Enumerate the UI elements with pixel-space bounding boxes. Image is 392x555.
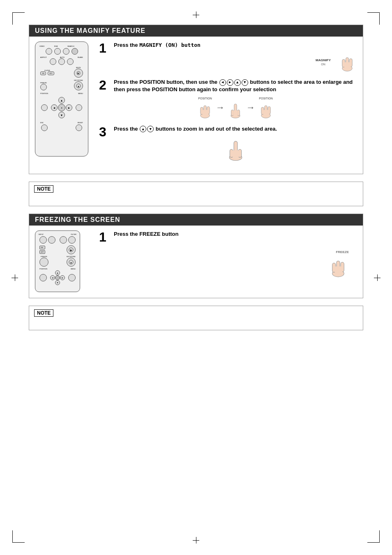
mute-icon-freeze: ▶ (69, 247, 74, 252)
freeze-mid-row: ON OFF ▶ (38, 245, 77, 254)
step2-text: Press the POSITION button, then use the … (114, 78, 357, 93)
hand-icon-freeze (327, 255, 349, 278)
btn-mute: ▶ (74, 69, 83, 78)
remote-small-freeze: INPUT FILTER (35, 230, 80, 292)
btn-on (71, 48, 78, 55)
hand-icon-step1 (337, 52, 357, 72)
svg-rect-37 (335, 266, 342, 273)
arrow-1: → (216, 102, 225, 113)
svg-rect-8 (344, 62, 351, 68)
step1-content: Press the MAGNIFY (ON) button MAGNIFY ON (114, 41, 357, 72)
svg-text:▶: ▶ (78, 72, 79, 74)
page-content: USING THE MAGNIFY FEATURE VIDEO RGB SEAR… (0, 0, 392, 555)
freeze-note-box: NOTE (29, 306, 363, 330)
esc-reset-labels: ESC RESET (39, 122, 85, 124)
btn-blank (67, 58, 74, 65)
keystone-area: KEYSTONE ▲ (74, 79, 83, 90)
freeze-note-label: NOTE (34, 309, 53, 317)
freeze-on-off: ON OFF (39, 246, 45, 254)
magnify-header-text: USING THE MAGNIFY FEATURE (35, 27, 145, 34)
step2-number: 2 (99, 78, 110, 92)
freeze-remote-top-labels: INPUT FILTER (38, 233, 77, 235)
filter-row: FILTER ON OFF MUTE ▶ (39, 67, 85, 78)
pos-menu-row: ▲ ▼ ◄ ► ● (39, 95, 85, 120)
nav-left: ◄ (51, 104, 58, 111)
nav-enter: ● (58, 104, 65, 111)
btn-auto (58, 58, 65, 65)
magnify-section: USING THE MAGNIFY FEATURE VIDEO RGB SEAR… (29, 25, 363, 174)
nav-cluster: ▲ ▼ ◄ ► ● (51, 97, 72, 118)
svg-rect-25 (230, 149, 233, 157)
freeze-section: FREEZING THE SCREEN INPUT FILTER (29, 214, 363, 298)
svg-text:▲: ▲ (77, 85, 80, 88)
hand-icon-pos1 (197, 101, 213, 119)
magnify-label: MAGNIFY (316, 58, 331, 62)
hand-icon-nav (227, 101, 244, 119)
remote-row-2 (39, 58, 85, 65)
btn-ks-small: ▲ (67, 258, 76, 267)
nav-right: ► (66, 104, 72, 111)
on-sublabel: ON (321, 63, 325, 66)
freeze-btn-cluster: FREEZE (39, 256, 48, 267)
magnify-step1: 1 Press the MAGNIFY (ON) button MAGNIFY … (99, 41, 357, 72)
freeze-step1-text: Press the FREEZE button (114, 230, 357, 238)
filter-remote-btns (60, 236, 76, 244)
freeze-section-header: FREEZING THE SCREEN (29, 214, 363, 226)
step2-content: Press the POSITION button, then use the … (114, 78, 357, 118)
btn-filter-r2 (68, 236, 76, 244)
btn-esc (41, 124, 48, 131)
btn-freeze-remote (40, 84, 47, 90)
label-rgb: RGB (54, 45, 58, 47)
freeze-area: FREEZE (40, 82, 47, 90)
mute-icon: ▶ (76, 71, 81, 75)
btn-reset (76, 124, 82, 131)
btn-f-off: OFF (39, 250, 45, 254)
remote-body-magnify: VIDEO RGB SEARCH ASPECT (35, 41, 88, 157)
arrow-2: → (246, 102, 255, 113)
btn-filter-on: ON (40, 71, 46, 75)
svg-text:▲: ▲ (70, 261, 72, 263)
ks-icon: ▲ (69, 260, 74, 265)
freeze-steps: 1 Press the FREEZE button FREEZE (99, 230, 357, 292)
keystone-cluster: KEYSTONE ▲ (67, 256, 76, 267)
step1-number: 1 (99, 41, 110, 55)
btn-menu-f (68, 274, 76, 281)
keystone-icon: ▲ (76, 83, 81, 88)
filter-area: FILTER ON OFF (40, 69, 54, 75)
remote-illustration-magnify: VIDEO RGB SEARCH ASPECT (35, 41, 92, 168)
hand-icon-pos2 (258, 101, 274, 119)
mute-area: MUTE ▶ (74, 67, 83, 78)
step3-text: Press the ▲▼ buttons to zoom in and out … (114, 125, 357, 133)
nav-hand-area (227, 97, 244, 119)
step2-icons: POSITION → (114, 97, 357, 119)
btn-freeze-small (39, 258, 48, 267)
freeze-icon-area: FREEZE (99, 250, 357, 278)
step3-icons (114, 137, 357, 161)
hand-icon-step3 (224, 137, 247, 161)
btn-f-on: ON (39, 246, 45, 249)
svg-rect-18 (233, 111, 238, 116)
freeze-step1: 1 Press the FREEZE button (99, 230, 357, 244)
step3-number: 3 (99, 125, 110, 138)
svg-rect-15 (231, 110, 234, 115)
svg-rect-16 (238, 110, 240, 115)
freeze-top-row (38, 236, 77, 244)
remote-illustration-freeze: INPUT FILTER (35, 230, 92, 292)
freeze-header-text: FREEZING THE SCREEN (35, 216, 120, 223)
input-btns (39, 236, 55, 244)
btn-pos-f (39, 274, 47, 281)
freeze-ks-row: FREEZE KEYSTONE ▲ (38, 256, 77, 267)
svg-rect-26 (238, 149, 242, 157)
filter-btns: ON OFF (40, 71, 54, 75)
nav-down: ▼ (58, 112, 65, 118)
magnify-step2: 2 Press the POSITION button, then use th… (99, 78, 357, 118)
btn-input-2 (48, 236, 55, 244)
freeze-keystone-row: FREEZE KEYSTONE ▲ (39, 79, 85, 90)
magnify-note-label: NOTE (34, 185, 53, 193)
btn-input-1 (39, 236, 47, 244)
btn-mute-freeze: ▶ (67, 245, 76, 254)
freeze-step1-content: Press the FREEZE button (114, 230, 357, 241)
magnify-section-content: VIDEO RGB SEARCH ASPECT (29, 37, 363, 174)
step3-content: Press the ▲▼ buttons to zoom in and out … (114, 125, 357, 161)
freeze-section-content: INPUT FILTER (29, 226, 363, 298)
